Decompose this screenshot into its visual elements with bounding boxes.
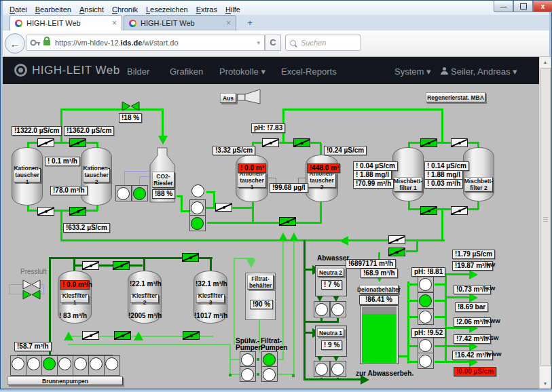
valve[interactable] [114,331,131,340]
scroll-down-icon[interactable]: ▼ [540,378,551,389]
equipment-button[interactable]: Neutra 2 [317,268,344,277]
valve[interactable] [215,203,232,212]
reload-button[interactable]: C [265,35,281,51]
pump[interactable] [315,363,328,376]
valve[interactable] [37,207,54,216]
menu-hilfe[interactable]: Hilfe [225,5,240,14]
equipment-button[interactable]: Mischbett- filter 1 [394,177,422,192]
pump[interactable] [419,355,432,368]
pump[interactable] [12,357,24,370]
pump[interactable] [191,184,204,197]
pump[interactable] [241,368,254,381]
valve[interactable] [451,206,468,215]
pump[interactable] [191,217,204,230]
pump[interactable] [419,294,432,307]
scrollbar-thumb[interactable] [540,68,551,366]
pump[interactable] [117,187,130,200]
new-tab-button[interactable]: + [242,18,258,29]
equipment-button[interactable]: Kiesfilter 2 [130,294,159,303]
search-box[interactable] [285,35,361,51]
nav-grafiken[interactable]: Grafiken [170,66,203,77]
pump[interactable] [419,311,432,324]
equipment-button[interactable]: Anionen- tauscher 2 [308,173,336,188]
equipment-button[interactable]: Aus [220,93,236,103]
nav-system[interactable]: System ▾ [394,66,431,77]
value-label: !18 % [119,113,142,123]
menu-chronik[interactable]: Chronik [112,5,138,14]
equipment-button[interactable]: Brunnenpumpen [7,376,123,385]
equipment-button[interactable]: Filtrat- behälter [247,275,274,290]
equipment-button[interactable]: Kationen- tauscher 2 [83,168,110,182]
valve[interactable] [82,261,99,270]
pump[interactable] [263,368,276,381]
pump[interactable] [58,357,71,370]
bowtie-valve[interactable] [22,290,41,300]
nav-user[interactable]: Seiler, Andreas ▾ [441,66,517,77]
equipment-button[interactable]: Neutra 1 [317,328,344,337]
search-input[interactable] [299,38,350,47]
url-text[interactable]: https://vm-hldev-12.ids.de/wi/start.do [55,39,179,47]
pump[interactable] [191,201,204,214]
equipment-button[interactable]: Regenerierstat. MBA [426,92,485,102]
window-close-button[interactable]: x [533,1,552,12]
pump[interactable] [315,303,328,316]
scroll-up-icon[interactable]: ▲ [540,57,551,67]
valve[interactable] [451,138,468,147]
pump[interactable] [105,357,118,370]
menu-lesezeichen[interactable]: Lesezeichen [146,5,188,14]
menu-bearbeiten[interactable]: Bearbeiten [35,5,71,14]
url-dropdown-icon[interactable]: ▾ [253,39,264,46]
pump[interactable] [241,353,254,366]
valve[interactable] [388,235,405,244]
valve[interactable] [420,138,437,147]
pump[interactable] [263,353,276,366]
https-lock-icon[interactable] [43,40,50,45]
valve[interactable] [279,217,296,226]
window-minimize-button[interactable]: — [494,1,513,12]
back-button[interactable]: ← [5,33,25,54]
equipment-button[interactable]: CO2- Riesler [152,172,174,188]
pump[interactable] [74,357,87,370]
tab-high-leit-web-2[interactable]: HIGH-LEIT Web × [124,15,236,31]
menu-extras[interactable]: Extras [196,5,217,14]
pump[interactable] [90,357,103,370]
pump[interactable] [331,303,344,316]
valve[interactable] [69,207,86,216]
valve[interactable] [113,261,130,270]
bowtie-valve[interactable] [22,279,41,290]
equipment-button[interactable]: Deionatbehälter [359,285,399,294]
valve[interactable] [69,138,86,147]
valve[interactable] [293,138,310,147]
equipment-button[interactable]: Mischbett- filter 2 [464,177,493,192]
valve[interactable] [182,253,199,262]
valve[interactable] [420,206,437,215]
equipment-button[interactable]: Kationen- tauscher 1 [14,168,41,182]
pump[interactable] [331,363,344,376]
window-maximize-button[interactable] [513,1,533,12]
bowtie-valve[interactable] [122,101,140,111]
pump[interactable] [27,357,40,370]
pump[interactable] [419,278,432,291]
tab-close-icon[interactable]: × [112,19,117,27]
tab-high-leit-web-1[interactable]: HIGH-LEIT Web × [10,15,122,31]
nav-excel-reports[interactable]: Excel-Reports [281,66,337,77]
valve[interactable] [388,248,405,256]
tab-close-icon[interactable]: × [226,19,231,27]
valve[interactable] [183,331,200,340]
nav-protokolle[interactable]: Protokolle ▾ [219,66,265,77]
valve[interactable] [37,138,54,147]
menu-ansicht[interactable]: Ansicht [79,5,104,14]
pump[interactable] [133,187,146,200]
equipment-button[interactable]: Kiesfilter 3 [196,294,225,303]
valve[interactable] [82,331,99,340]
equipment-button[interactable]: Kiesfilter 1 [60,294,89,303]
url-bar[interactable]: https://vm-hldev-12.ids.de/wi/start.do ▾ [26,35,265,51]
pump[interactable] [43,357,56,370]
app-brand[interactable]: HIGH-LEIT Web [32,64,120,77]
nav-bilder[interactable]: Bilder [127,66,149,77]
menu-datei[interactable]: Datei [10,5,27,14]
valve[interactable] [262,138,279,147]
equipment-button[interactable]: Anionen- tauscher 1 [238,173,266,188]
pump[interactable] [419,339,432,352]
vertical-scrollbar[interactable]: ▲ ▼ [539,57,551,389]
